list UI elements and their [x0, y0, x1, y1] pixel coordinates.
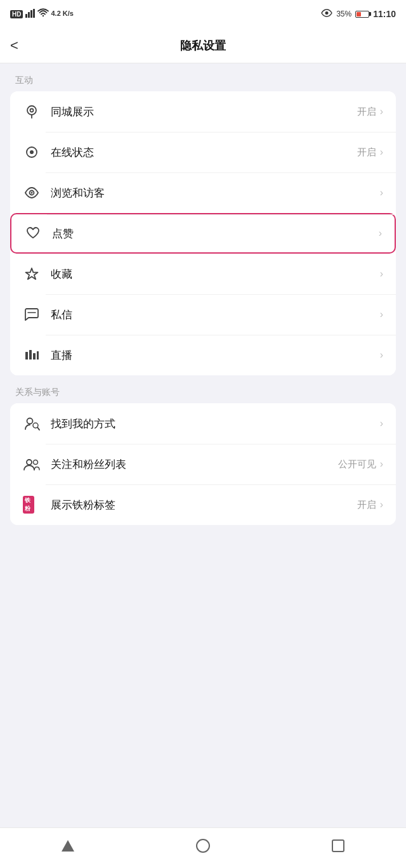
tiefan-badge-label: 铁粉 — [23, 496, 34, 514]
live-icon — [23, 346, 41, 364]
menu-item-find-me[interactable]: 找到我的方式 › — [10, 403, 396, 444]
menu-item-follow-fans[interactable]: 关注和粉丝列表 公开可见 › — [10, 444, 396, 484]
likes-label: 点赞 — [52, 226, 375, 241]
follow-fans-value: 公开可见 — [338, 458, 376, 470]
star-icon — [23, 265, 41, 283]
signal-icon — [25, 9, 36, 20]
back-triangle-icon — [62, 840, 74, 852]
svg-rect-15 — [37, 351, 39, 360]
likes-chevron: › — [379, 228, 382, 239]
find-user-icon — [23, 415, 41, 432]
menu-item-tiefan[interactable]: 铁粉 展示铁粉标签 开启 › — [10, 484, 396, 525]
network-speed: 4.2 K/s — [51, 10, 73, 18]
svg-point-20 — [34, 460, 38, 465]
svg-point-10 — [31, 192, 33, 194]
online-icon — [23, 143, 41, 161]
favorites-label: 收藏 — [51, 267, 376, 282]
back-button[interactable]: < — [10, 37, 18, 54]
find-me-chevron: › — [380, 418, 383, 429]
menu-item-online-status[interactable]: 在线状态 开启 › — [10, 132, 396, 172]
svg-point-16 — [27, 418, 33, 424]
svg-point-4 — [325, 11, 329, 15]
status-right: 35% 11:10 — [321, 9, 396, 19]
menu-item-messages[interactable]: 私信 › — [10, 294, 396, 335]
online-status-chevron: › — [380, 146, 383, 158]
svg-point-19 — [27, 460, 32, 465]
tongcheng-chevron: › — [380, 106, 383, 117]
tiefan-chevron: › — [380, 499, 383, 510]
online-status-label: 在线状态 — [51, 145, 357, 160]
svg-rect-1 — [28, 12, 30, 18]
battery-percent: 35% — [336, 10, 351, 18]
menu-item-live[interactable]: 直播 › — [10, 335, 396, 375]
users-icon — [23, 455, 41, 473]
svg-point-8 — [30, 150, 34, 154]
nav-home-button[interactable] — [187, 833, 219, 858]
nav-bar: < 隐私设置 — [0, 28, 406, 63]
tiefan-value: 开启 — [357, 499, 376, 511]
nav-recent-button[interactable] — [322, 833, 354, 858]
svg-point-5 — [27, 106, 36, 115]
browse-visitors-label: 浏览和访客 — [51, 186, 376, 200]
tiefan-label: 展示铁粉标签 — [51, 498, 357, 512]
follow-fans-chevron: › — [380, 458, 383, 470]
heart-icon — [24, 224, 42, 242]
interaction-card: 同城展示 开启 › 在线状态 开启 › 浏览和访客 › — [10, 91, 396, 375]
follow-fans-label: 关注和粉丝列表 — [51, 457, 338, 472]
tongcheng-label: 同城展示 — [51, 105, 357, 119]
home-circle-icon — [196, 839, 210, 853]
svg-rect-12 — [25, 352, 28, 360]
eye-icon — [23, 184, 41, 202]
tiefan-icon: 铁粉 — [23, 496, 41, 514]
status-left: HD 4.2 K/s — [10, 9, 74, 20]
live-label: 直播 — [51, 348, 376, 363]
svg-point-6 — [30, 109, 34, 112]
tongcheng-value: 开启 — [357, 106, 376, 118]
messages-label: 私信 — [51, 308, 376, 322]
relations-card: 找到我的方式 › 关注和粉丝列表 公开可见 › 铁粉 展示铁粉标签 开启 › — [10, 403, 396, 525]
recent-square-icon — [332, 839, 344, 852]
nav-back-button[interactable] — [52, 833, 84, 858]
svg-rect-13 — [29, 350, 32, 360]
section-label-interaction: 互动 — [0, 63, 406, 91]
svg-rect-14 — [33, 353, 36, 360]
message-icon — [23, 306, 41, 323]
hd-badge: HD — [10, 10, 23, 18]
svg-rect-0 — [25, 14, 27, 18]
menu-item-likes[interactable]: 点赞 › — [10, 213, 396, 254]
menu-item-favorites[interactable]: 收藏 › — [10, 254, 396, 294]
svg-rect-3 — [33, 9, 35, 18]
menu-item-browse-visitors[interactable]: 浏览和访客 › — [10, 172, 396, 213]
battery-icon — [355, 11, 369, 18]
page-title: 隐私设置 — [180, 38, 226, 53]
bottom-nav — [0, 827, 406, 868]
browse-visitors-chevron: › — [380, 187, 383, 198]
status-bar: HD 4.2 K/s 35% — [0, 0, 406, 28]
menu-item-tongcheng[interactable]: 同城展示 开启 › — [10, 91, 396, 132]
online-status-value: 开启 — [357, 146, 376, 159]
wifi-icon — [38, 10, 48, 19]
eye-status-icon — [321, 9, 332, 19]
find-me-label: 找到我的方式 — [51, 417, 376, 431]
svg-line-18 — [37, 427, 39, 430]
favorites-chevron: › — [380, 268, 383, 280]
live-chevron: › — [380, 349, 383, 361]
messages-chevron: › — [380, 309, 383, 320]
section-label-relations: 关系与账号 — [0, 375, 406, 403]
location-icon — [23, 103, 41, 120]
svg-rect-2 — [30, 10, 32, 18]
time-display: 11:10 — [373, 9, 396, 19]
